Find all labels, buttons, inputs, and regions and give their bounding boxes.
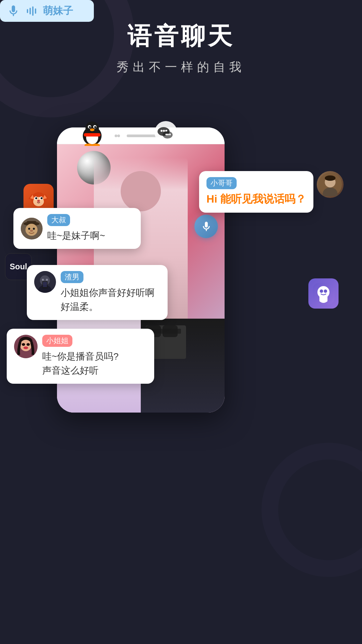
main-title: 语音聊天 bbox=[0, 20, 362, 52]
bubble-xiaogege: 小哥哥 Hi 能听见我说话吗？ bbox=[199, 171, 313, 213]
zhenan-text: 小姐姐你声音好好听啊好温柔。 bbox=[61, 286, 155, 314]
svg-point-5 bbox=[89, 126, 91, 128]
svg-point-46 bbox=[30, 230, 33, 232]
dashu-text-block: 大叔 哇~是妹子啊~ bbox=[47, 214, 105, 243]
dashu-content: 大叔 哇~是妹子啊~ bbox=[21, 214, 133, 243]
xiaogege-header: 小哥哥 bbox=[206, 177, 306, 189]
dashu-avatar bbox=[21, 218, 43, 239]
svg-point-58 bbox=[26, 343, 30, 346]
svg-point-57 bbox=[22, 343, 25, 346]
svg-point-56 bbox=[20, 340, 32, 351]
bubble-dashu: 大叔 哇~是妹子啊~ bbox=[13, 208, 141, 249]
bubble-xiaogege-container: 小哥哥 Hi 能听见我说话吗？ bbox=[199, 171, 344, 213]
svg-point-17 bbox=[166, 134, 167, 136]
mic-button[interactable] bbox=[194, 215, 218, 238]
svg-point-14 bbox=[163, 130, 165, 132]
svg-point-51 bbox=[46, 279, 48, 281]
zhenan-text-block: 渣男 小姐姐你声音好好听啊好温柔。 bbox=[61, 271, 155, 314]
svg-point-44 bbox=[28, 228, 30, 230]
purple-app-icon bbox=[308, 278, 339, 309]
svg-point-34 bbox=[324, 289, 327, 293]
zhenan-tag: 渣男 bbox=[61, 271, 83, 283]
bubble-xiaojiejie: 小姐姐 哇~你是播音员吗?声音这么好听 bbox=[7, 329, 154, 384]
xiaogege-avatar bbox=[317, 171, 344, 198]
xiaogege-tag: 小哥哥 bbox=[206, 177, 237, 189]
bg-decoration-2 bbox=[261, 443, 362, 577]
svg-point-19 bbox=[169, 134, 171, 136]
svg-point-13 bbox=[161, 130, 163, 132]
qq-icon bbox=[80, 121, 104, 151]
svg-point-18 bbox=[167, 134, 169, 136]
svg-rect-8 bbox=[84, 133, 101, 137]
svg-point-28 bbox=[35, 197, 37, 199]
svg-point-33 bbox=[320, 289, 323, 293]
svg-point-59 bbox=[23, 346, 28, 349]
xiaojiejie-text-block: 小姐姐 哇~你是播音员吗?声音这么好听 bbox=[42, 335, 119, 378]
svg-rect-53 bbox=[43, 282, 47, 287]
dashu-tag: 大叔 bbox=[47, 214, 70, 226]
svg-point-45 bbox=[33, 228, 35, 230]
dashu-text: 哇~是妹子啊~ bbox=[47, 229, 105, 243]
svg-point-2 bbox=[85, 121, 99, 135]
svg-point-30 bbox=[37, 200, 40, 202]
xiaojiejie-tag: 小姐姐 bbox=[42, 335, 72, 347]
xiaogege-text: Hi 能听见我说话吗？ bbox=[206, 192, 306, 207]
xiaojiejie-text: 哇~你是播音员吗?声音这么好听 bbox=[42, 350, 119, 378]
wechat-icon bbox=[154, 121, 178, 150]
phone-dot-2 bbox=[117, 135, 120, 137]
svg-point-7 bbox=[90, 128, 95, 131]
sub-title: 秀出不一样的自我 bbox=[0, 59, 362, 75]
title-section: 语音聊天 秀出不一样的自我 bbox=[0, 20, 362, 75]
phone-dot-1 bbox=[115, 135, 117, 137]
xiaojiejie-content: 小姐姐 哇~你是播音员吗?声音这么好听 bbox=[14, 335, 147, 378]
svg-point-50 bbox=[42, 279, 44, 281]
xiaojiejie-avatar bbox=[14, 335, 38, 358]
zhenan-content: 渣男 小姐姐你声音好好听啊好温柔。 bbox=[34, 271, 160, 314]
svg-rect-39 bbox=[325, 177, 335, 180]
zhenan-avatar bbox=[34, 271, 56, 293]
svg-point-29 bbox=[41, 197, 43, 199]
bubble-zhenan: 渣男 小姐姐你声音好好听啊好温柔。 bbox=[27, 265, 168, 320]
svg-point-6 bbox=[94, 126, 96, 128]
